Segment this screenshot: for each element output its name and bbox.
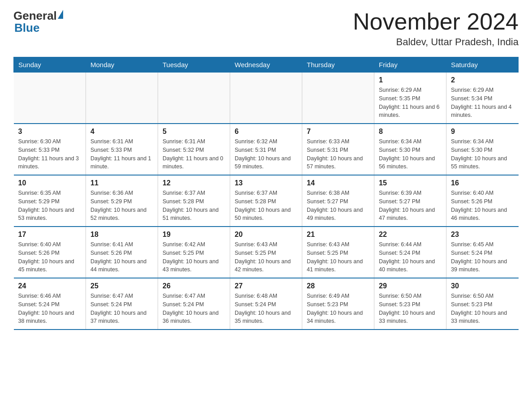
calendar-cell: 17Sunrise: 6:40 AM Sunset: 5:26 PM Dayli…: [14, 227, 86, 278]
page-header: General Blue November 2024 Baldev, Uttar…: [13, 9, 519, 48]
day-info: Sunrise: 6:29 AM Sunset: 5:35 PM Dayligh…: [379, 86, 442, 120]
day-info: Sunrise: 6:34 AM Sunset: 5:30 PM Dayligh…: [379, 137, 442, 171]
day-info: Sunrise: 6:41 AM Sunset: 5:26 PM Dayligh…: [90, 240, 153, 274]
calendar-cell: 19Sunrise: 6:42 AM Sunset: 5:25 PM Dayli…: [158, 227, 230, 278]
month-title: November 2024: [353, 9, 519, 34]
day-number: 6: [235, 128, 297, 136]
day-info: Sunrise: 6:40 AM Sunset: 5:26 PM Dayligh…: [451, 189, 514, 223]
calendar-cell: [86, 73, 158, 124]
calendar-cell: 18Sunrise: 6:41 AM Sunset: 5:26 PM Dayli…: [86, 227, 158, 278]
calendar-week-row: 24Sunrise: 6:46 AM Sunset: 5:24 PM Dayli…: [14, 278, 519, 330]
calendar-cell: 12Sunrise: 6:37 AM Sunset: 5:28 PM Dayli…: [158, 175, 230, 227]
day-info: Sunrise: 6:35 AM Sunset: 5:29 PM Dayligh…: [18, 189, 82, 223]
day-info: Sunrise: 6:50 AM Sunset: 5:23 PM Dayligh…: [379, 292, 442, 325]
day-info: Sunrise: 6:39 AM Sunset: 5:27 PM Dayligh…: [379, 189, 442, 223]
day-info: Sunrise: 6:44 AM Sunset: 5:24 PM Dayligh…: [379, 240, 442, 274]
calendar-cell: 29Sunrise: 6:50 AM Sunset: 5:23 PM Dayli…: [374, 278, 446, 330]
calendar-cell: 23Sunrise: 6:45 AM Sunset: 5:24 PM Dayli…: [446, 227, 519, 278]
weekday-header-wednesday: Wednesday: [230, 57, 302, 73]
day-number: 22: [379, 231, 442, 239]
calendar-cell: 24Sunrise: 6:46 AM Sunset: 5:24 PM Dayli…: [14, 278, 86, 330]
calendar-week-row: 1Sunrise: 6:29 AM Sunset: 5:35 PM Daylig…: [14, 73, 519, 124]
day-info: Sunrise: 6:34 AM Sunset: 5:30 PM Dayligh…: [451, 137, 514, 171]
calendar-cell: 26Sunrise: 6:47 AM Sunset: 5:24 PM Dayli…: [158, 278, 230, 330]
day-info: Sunrise: 6:45 AM Sunset: 5:24 PM Dayligh…: [451, 240, 514, 274]
day-number: 17: [18, 231, 82, 239]
logo-triangle-icon: [58, 10, 63, 19]
day-info: Sunrise: 6:30 AM Sunset: 5:33 PM Dayligh…: [18, 137, 82, 171]
logo-blue-text: Blue: [14, 21, 63, 35]
day-number: 24: [18, 282, 82, 290]
day-info: Sunrise: 6:46 AM Sunset: 5:24 PM Dayligh…: [18, 292, 82, 325]
day-info: Sunrise: 6:43 AM Sunset: 5:25 PM Dayligh…: [235, 240, 297, 274]
day-number: 12: [163, 179, 225, 187]
logo: General Blue: [13, 9, 63, 35]
day-info: Sunrise: 6:37 AM Sunset: 5:28 PM Dayligh…: [163, 189, 225, 223]
day-number: 9: [451, 128, 514, 136]
day-info: Sunrise: 6:48 AM Sunset: 5:24 PM Dayligh…: [235, 292, 297, 325]
day-number: 10: [18, 179, 82, 187]
title-block: November 2024 Baldev, Uttar Pradesh, Ind…: [353, 9, 519, 48]
day-info: Sunrise: 6:49 AM Sunset: 5:23 PM Dayligh…: [307, 292, 369, 325]
calendar-cell: 14Sunrise: 6:38 AM Sunset: 5:27 PM Dayli…: [302, 175, 374, 227]
day-number: 16: [451, 179, 514, 187]
calendar-cell: [230, 73, 302, 124]
weekday-header-row: SundayMondayTuesdayWednesdayThursdayFrid…: [14, 57, 519, 73]
day-number: 29: [379, 282, 442, 290]
weekday-header-thursday: Thursday: [302, 57, 374, 73]
day-info: Sunrise: 6:33 AM Sunset: 5:31 PM Dayligh…: [307, 137, 369, 171]
day-info: Sunrise: 6:38 AM Sunset: 5:27 PM Dayligh…: [307, 189, 369, 223]
weekday-header-friday: Friday: [374, 57, 446, 73]
calendar-cell: 15Sunrise: 6:39 AM Sunset: 5:27 PM Dayli…: [374, 175, 446, 227]
calendar-cell: [14, 73, 86, 124]
day-number: 1: [379, 76, 442, 84]
weekday-header-sunday: Sunday: [14, 57, 86, 73]
location-subtitle: Baldev, Uttar Pradesh, India: [353, 36, 519, 48]
calendar-cell: 8Sunrise: 6:34 AM Sunset: 5:30 PM Daylig…: [374, 124, 446, 175]
calendar-cell: 28Sunrise: 6:49 AM Sunset: 5:23 PM Dayli…: [302, 278, 374, 330]
day-number: 3: [18, 128, 82, 136]
calendar-cell: [158, 73, 230, 124]
day-info: Sunrise: 6:36 AM Sunset: 5:29 PM Dayligh…: [90, 189, 153, 223]
day-number: 5: [163, 128, 225, 136]
calendar-cell: 2Sunrise: 6:29 AM Sunset: 5:34 PM Daylig…: [446, 73, 519, 124]
day-number: 2: [451, 76, 514, 84]
calendar-cell: 21Sunrise: 6:43 AM Sunset: 5:25 PM Dayli…: [302, 227, 374, 278]
day-number: 21: [307, 231, 369, 239]
calendar-week-row: 3Sunrise: 6:30 AM Sunset: 5:33 PM Daylig…: [14, 124, 519, 175]
day-number: 23: [451, 231, 514, 239]
calendar-cell: 3Sunrise: 6:30 AM Sunset: 5:33 PM Daylig…: [14, 124, 86, 175]
calendar-table: SundayMondayTuesdayWednesdayThursdayFrid…: [13, 57, 519, 330]
day-info: Sunrise: 6:29 AM Sunset: 5:34 PM Dayligh…: [451, 86, 514, 120]
calendar-cell: 6Sunrise: 6:32 AM Sunset: 5:31 PM Daylig…: [230, 124, 302, 175]
day-info: Sunrise: 6:31 AM Sunset: 5:32 PM Dayligh…: [163, 137, 225, 171]
calendar-cell: 5Sunrise: 6:31 AM Sunset: 5:32 PM Daylig…: [158, 124, 230, 175]
weekday-header-monday: Monday: [86, 57, 158, 73]
day-number: 7: [307, 128, 369, 136]
day-number: 14: [307, 179, 369, 187]
calendar-cell: 10Sunrise: 6:35 AM Sunset: 5:29 PM Dayli…: [14, 175, 86, 227]
weekday-header-saturday: Saturday: [446, 57, 519, 73]
day-number: 15: [379, 179, 442, 187]
day-info: Sunrise: 6:43 AM Sunset: 5:25 PM Dayligh…: [307, 240, 369, 274]
calendar-cell: 9Sunrise: 6:34 AM Sunset: 5:30 PM Daylig…: [446, 124, 519, 175]
calendar-cell: 20Sunrise: 6:43 AM Sunset: 5:25 PM Dayli…: [230, 227, 302, 278]
day-info: Sunrise: 6:37 AM Sunset: 5:28 PM Dayligh…: [235, 189, 297, 223]
calendar-cell: 7Sunrise: 6:33 AM Sunset: 5:31 PM Daylig…: [302, 124, 374, 175]
day-number: 30: [451, 282, 514, 290]
calendar-cell: 11Sunrise: 6:36 AM Sunset: 5:29 PM Dayli…: [86, 175, 158, 227]
day-number: 13: [235, 179, 297, 187]
day-info: Sunrise: 6:42 AM Sunset: 5:25 PM Dayligh…: [163, 240, 225, 274]
calendar-week-row: 10Sunrise: 6:35 AM Sunset: 5:29 PM Dayli…: [14, 175, 519, 227]
weekday-header-tuesday: Tuesday: [158, 57, 230, 73]
calendar-week-row: 17Sunrise: 6:40 AM Sunset: 5:26 PM Dayli…: [14, 227, 519, 278]
calendar-cell: 1Sunrise: 6:29 AM Sunset: 5:35 PM Daylig…: [374, 73, 446, 124]
calendar-cell: 27Sunrise: 6:48 AM Sunset: 5:24 PM Dayli…: [230, 278, 302, 330]
day-info: Sunrise: 6:47 AM Sunset: 5:24 PM Dayligh…: [90, 292, 153, 325]
day-number: 27: [235, 282, 297, 290]
calendar-cell: 13Sunrise: 6:37 AM Sunset: 5:28 PM Dayli…: [230, 175, 302, 227]
day-number: 8: [379, 128, 442, 136]
day-number: 18: [90, 231, 153, 239]
day-number: 4: [90, 128, 153, 136]
day-number: 25: [90, 282, 153, 290]
